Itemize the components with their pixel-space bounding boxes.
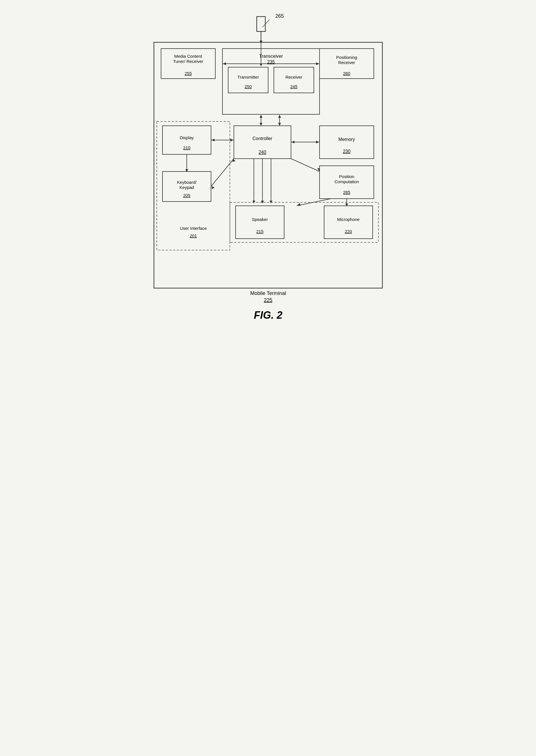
svg-line-25 <box>291 159 319 171</box>
media-content-tuner-label2: Tuner/ Receiver <box>173 59 203 64</box>
svg-line-0 <box>262 19 270 27</box>
svg-line-33 <box>211 159 234 186</box>
display-box <box>162 126 211 154</box>
svg-marker-21 <box>212 139 215 141</box>
receiver-number: 245 <box>290 84 297 89</box>
transmitter-box <box>228 67 268 93</box>
transceiver-label: Transceiver <box>259 54 283 58</box>
svg-marker-15 <box>278 115 281 118</box>
transmitter-label: Transmitter <box>237 75 259 80</box>
controller-number: 240 <box>258 150 266 155</box>
svg-marker-22 <box>230 139 233 141</box>
svg-marker-19 <box>316 141 319 143</box>
display-label: Display <box>180 135 194 140</box>
user-interface-number: 201 <box>189 233 197 238</box>
figure-caption: FIG. 2 <box>253 309 282 321</box>
svg-marker-8 <box>223 62 226 65</box>
memory-number: 230 <box>343 149 351 154</box>
page-container: 265 Media Content Tuner/ Receiver 255 Po… <box>140 6 397 332</box>
svg-marker-13 <box>259 123 262 126</box>
mobile-terminal-number: 225 <box>264 297 272 303</box>
microphone-number: 220 <box>345 229 352 234</box>
mobile-terminal-label: Mobile Terminal <box>250 290 286 296</box>
svg-marker-10 <box>316 62 319 65</box>
receiver-label: Receiver <box>285 75 302 80</box>
speaker-number: 215 <box>256 229 263 234</box>
transceiver-number: 235 <box>267 59 275 64</box>
speaker-label: Speaker <box>252 217 268 222</box>
receiver-box <box>274 67 314 93</box>
media-content-tuner-number: 255 <box>184 71 192 76</box>
positioning-receiver-number: 260 <box>343 71 350 76</box>
microphone-label: Microphone <box>337 217 359 222</box>
bottom-dashed-box <box>230 202 378 242</box>
display-number: 210 <box>183 145 190 150</box>
keyboard-label: Keyboard/ <box>177 180 196 185</box>
svg-marker-12 <box>259 115 262 118</box>
svg-marker-34 <box>232 159 235 162</box>
positioning-receiver-label: Positioning <box>336 55 357 60</box>
keyboard-number: 205 <box>183 193 190 198</box>
position-computation-label2: Computation <box>334 179 359 184</box>
positioning-receiver-label2: Receiver <box>338 60 355 65</box>
diagram-svg: 265 Media Content Tuner/ Receiver 255 Po… <box>145 12 391 326</box>
position-computation-label: Position <box>339 174 354 179</box>
memory-label: Memory <box>338 137 355 142</box>
controller-label: Controller <box>252 136 272 141</box>
transmitter-number: 250 <box>245 84 251 89</box>
svg-rect-1 <box>257 17 265 31</box>
user-interface-label: User Interface <box>180 226 207 231</box>
svg-marker-16 <box>278 123 281 126</box>
keyboard-label2: Keypad <box>179 185 194 190</box>
position-computation-number: 285 <box>343 190 350 195</box>
antenna-label: 265 <box>275 13 284 19</box>
svg-marker-39 <box>297 203 301 206</box>
media-content-tuner-label: Media Content <box>174 54 202 58</box>
svg-marker-35 <box>212 186 215 189</box>
svg-marker-18 <box>291 141 294 143</box>
